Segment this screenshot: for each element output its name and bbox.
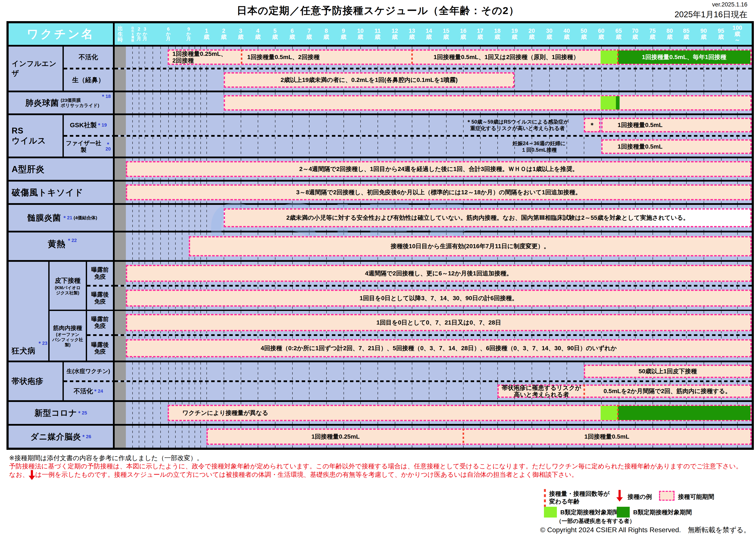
- gridline: [160, 426, 161, 448]
- gridline: [195, 426, 195, 448]
- vaccine-name: インフルエンザ: [12, 59, 63, 78]
- gridline: [189, 362, 189, 380]
- vaccination-period-band: 1回接種量0.5mL: [601, 118, 752, 132]
- gridline: [175, 362, 176, 380]
- vaccine-label-tbe: ダニ媒介脳炎＊26: [9, 426, 113, 448]
- legend-dose-change-label: 接種量・接種回数等が 変わる年齢: [549, 490, 610, 506]
- gridline: [412, 115, 412, 135]
- row-separator: [9, 260, 752, 262]
- birth-column: [115, 426, 126, 448]
- gridline: [241, 115, 241, 135]
- dose-change-divider: [617, 49, 619, 65]
- row-yellow-fever: 黄熱 ＊22 接種後10日目から生涯有効(2016年7月11日に制度変更）。: [9, 233, 752, 260]
- gridline: [189, 426, 189, 448]
- vaccine-name-header: ワクチン名: [9, 23, 113, 45]
- row-covid19: 新型コロナ＊25 ワクチンにより接種量が異なる: [9, 402, 752, 424]
- band-text: 3～8週間隔で2回接種し、初回免疫後6か月以上（標準的には12～18か月）の間隔…: [127, 186, 750, 199]
- age-tick-label: 20歳: [528, 28, 535, 40]
- vaccine-name: 狂犬病: [12, 346, 48, 356]
- gridline: [463, 362, 464, 380]
- vaccination-period-band: 3～8週間隔で2回接種し、初回免疫後6か月以上（標準的には12～18か月）の間隔…: [126, 184, 752, 200]
- gridline: [343, 137, 344, 156]
- birth-column: [115, 182, 126, 203]
- vaccination-period-band: 50歳以上1回皮下接種: [584, 365, 752, 378]
- vaccination-period-band: 1回目を0日として以降3、7、14、30、90日の計6回接種。: [126, 290, 752, 307]
- gridline: [139, 233, 139, 260]
- gridline: [145, 92, 145, 113]
- gridline: [168, 233, 169, 260]
- dotted-divider: [64, 380, 113, 382]
- vaccine-label-tetanus: 破傷風トキソイド: [9, 182, 113, 203]
- age-tick-label: 90歳: [700, 28, 707, 40]
- legend-b-class-partial-sub: （一部の基礎疾患を有する者）: [556, 518, 635, 525]
- age-tick-label: 65歳: [615, 28, 622, 40]
- gridline: [152, 362, 153, 380]
- gridline: [360, 362, 361, 380]
- gridline: [182, 382, 182, 400]
- age-tick-label: 11歳: [375, 28, 381, 40]
- gridline: [201, 137, 201, 156]
- vaccination-period-band: 2歳未満の小児等に対する安全性および有効性は確立していない。筋肉内接種。なお、国…: [224, 208, 752, 228]
- gridline: [446, 115, 446, 135]
- vaccination-period-band: 1回目を0日として0、7、21日又は0、7、28日: [126, 314, 752, 331]
- gridline: [160, 382, 161, 400]
- gridline: [275, 137, 275, 156]
- gridline: [175, 115, 176, 135]
- gridline: [480, 382, 481, 400]
- gridline: [206, 70, 207, 91]
- gridline: [168, 92, 169, 113]
- gridline: [412, 137, 412, 156]
- timeline-covid19: ワクチンにより接種量が異なる: [115, 402, 752, 424]
- age-tick-label: 2歳: [221, 28, 227, 40]
- gridline: [412, 382, 412, 400]
- dose-change-divider: [617, 405, 619, 421]
- footnote-ref: ＊21: [62, 215, 72, 220]
- age-tick-label: 17歳: [477, 28, 483, 40]
- gridline: [145, 382, 145, 400]
- age-tick-label: 12歳: [392, 28, 398, 40]
- row-separator: [9, 400, 752, 402]
- vaccine-name: 帯状疱疹: [12, 376, 63, 387]
- gridline: [206, 362, 207, 380]
- band-text: 1回接種量0.5mL、毎年1回接種: [618, 51, 750, 64]
- gridline: [175, 233, 176, 260]
- gridline: [168, 382, 169, 400]
- vaccination-period-band: 1回接種量0.5mL: [601, 139, 752, 154]
- gridline: [189, 70, 189, 91]
- gridline: [132, 402, 133, 424]
- gridline: [429, 362, 429, 380]
- band-text: 1回接種量0.5mL、1回又は2回接種（原則、1回接種）: [412, 51, 601, 64]
- age-tick-label: 40歳: [563, 28, 570, 40]
- age-tick-label: 14歳: [426, 28, 432, 40]
- gridline: [182, 426, 182, 448]
- vaccine-name: RS ウイルス: [12, 126, 63, 146]
- gridline: [195, 137, 195, 156]
- gridline: [139, 362, 139, 380]
- vaccine-name: 黄熱: [48, 238, 66, 250]
- band-text: 4回接種（0:2か所に1回ずつ計2回、7、21日）、5回接種（0、3、7、14、…: [127, 341, 750, 356]
- gridline: [195, 70, 195, 91]
- age-tick-label: 7歳: [306, 28, 312, 40]
- birth-column: [115, 262, 126, 285]
- band-text: 4週間隔で2回接種し、更に6～12か月後1回追加接種。: [127, 266, 750, 281]
- gridline: [378, 382, 378, 400]
- gridline: [152, 205, 153, 231]
- gridline: [160, 92, 161, 113]
- row-separator: [9, 203, 752, 205]
- age-tick-label: 15歳: [443, 28, 449, 40]
- annotation: ＊50歳～59歳はRSウイルスによる感染症が 重症化するリスクが高いと考えられる…: [452, 115, 583, 135]
- gridline: [292, 137, 293, 156]
- footnote-2: 予防接種法に基づく定期の予防接種は、本図に示したように、政令で接種対象年齢が定め…: [9, 462, 742, 471]
- timeline-tbe: 1回接種量0.25mL1回接種量0.5mL: [115, 426, 752, 448]
- gridline: [152, 70, 153, 91]
- gridline: [446, 137, 446, 156]
- dose-change-line-icon: [544, 489, 546, 509]
- dotted-divider: [115, 285, 752, 287]
- vaccine-label-hepatitis-a: A型肝炎: [9, 158, 113, 180]
- gridline: [224, 362, 224, 380]
- birth-column: [115, 311, 126, 334]
- birth-column: [115, 287, 126, 310]
- gridline: [139, 115, 139, 135]
- birth-column: [115, 115, 126, 135]
- gridline: [567, 362, 567, 380]
